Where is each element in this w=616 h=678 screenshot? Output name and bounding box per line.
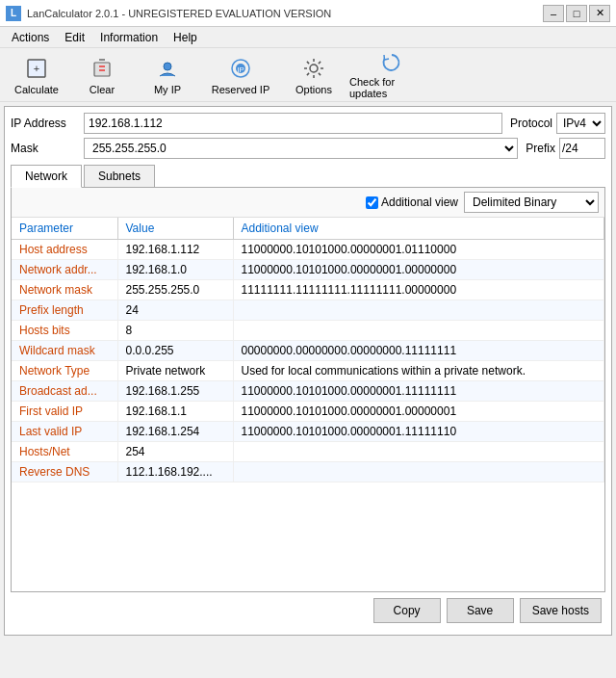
title-bar-controls: – □ ✕ [543, 5, 610, 22]
prefix-input[interactable] [559, 138, 605, 159]
table-row: Host address192.168.1.11211000000.101010… [12, 240, 604, 260]
main-panel: IP Address Protocol IPv4 IPv6 Mask 255.2… [4, 106, 612, 636]
menu-edit[interactable]: Edit [57, 29, 92, 46]
table-area: Additional view Delimited Binary Binary … [11, 188, 605, 592]
close-button[interactable]: ✕ [589, 5, 610, 22]
tab-subnets[interactable]: Subnets [84, 165, 155, 187]
menu-bar: Actions Edit Information Help [0, 27, 616, 48]
cell-param: Reverse DNS [12, 462, 117, 482]
col-header-additional: Additional view [233, 218, 604, 240]
svg-text:+: + [34, 63, 39, 74]
table-row: Network addr...192.168.1.011000000.10101… [12, 260, 604, 280]
table-row: Network mask255.255.255.011111111.111111… [12, 280, 604, 300]
cell-additional: 11111111.11111111.11111111.00000000 [233, 280, 604, 300]
bottom-bar: Copy Save Save hosts [11, 592, 605, 629]
prefix-group: Prefix [526, 138, 605, 159]
checkupdates-icon [378, 51, 405, 74]
options-label: Options [295, 84, 332, 95]
prefix-label: Prefix [526, 142, 555, 155]
ip-address-input[interactable] [84, 113, 502, 134]
table-row: Prefix length24 [12, 300, 604, 321]
col-header-value: Value [117, 218, 233, 240]
save-button[interactable]: Save [447, 598, 514, 623]
view-type-select[interactable]: Delimited Binary Binary Hex Decimal [464, 192, 599, 213]
reservedip-label: Reserved IP [212, 84, 270, 95]
cell-additional: 11000000.10101000.00000001.11111110 [233, 422, 604, 442]
cell-value: 0.0.0.255 [117, 341, 233, 361]
table-row: Last valid IP192.168.1.25411000000.10101… [12, 422, 604, 442]
menu-information[interactable]: Information [92, 29, 166, 46]
app-icon: L [6, 6, 21, 21]
cell-param: Host address [12, 240, 117, 260]
cell-value: 8 [117, 321, 233, 341]
cell-value: 192.168.1.0 [117, 260, 233, 280]
protocol-group: Protocol IPv4 IPv6 [510, 113, 605, 134]
calculate-label: Calculate [14, 84, 59, 95]
calculate-icon: + [23, 55, 50, 82]
clear-label: Clear [90, 84, 115, 95]
save-hosts-button[interactable]: Save hosts [520, 598, 602, 623]
restore-button[interactable]: □ [566, 5, 587, 22]
ip-address-label: IP Address [11, 117, 76, 130]
table-row: Wildcard mask0.0.0.25500000000.00000000.… [12, 341, 604, 361]
svg-point-10 [310, 65, 318, 72]
cell-additional: Used for local communications within a p… [233, 361, 604, 381]
clear-button[interactable]: Clear [71, 53, 133, 97]
cell-value: 192.168.1.254 [117, 422, 233, 442]
cell-additional [233, 442, 604, 462]
table-row: Reverse DNS112.1.168.192.... [12, 462, 604, 482]
myip-button[interactable]: My IP [137, 53, 198, 97]
mask-label: Mask [11, 142, 76, 155]
svg-text:IP: IP [237, 65, 244, 74]
table-row: Network TypePrivate networkUsed for loca… [12, 361, 604, 381]
additional-view-checkbox[interactable] [366, 196, 378, 209]
cell-param: Network addr... [12, 260, 117, 280]
myip-icon [154, 55, 181, 82]
cell-additional: 11000000.10101000.00000001.01110000 [233, 240, 604, 260]
cell-value: 112.1.168.192.... [117, 462, 233, 482]
options-button[interactable]: Options [283, 53, 345, 97]
clear-icon [89, 55, 116, 82]
checkupdates-button[interactable]: Check for updates [348, 53, 435, 97]
title-bar-left: L LanCalculator 2.0.1 - UNREGISTERED EVA… [6, 6, 331, 21]
tab-network[interactable]: Network [11, 165, 82, 188]
additional-view-checkbox-label[interactable]: Additional view [366, 196, 458, 209]
cell-value: 192.168.1.112 [117, 240, 233, 260]
reservedip-button[interactable]: IP Reserved IP [202, 53, 279, 97]
cell-additional [233, 321, 604, 341]
cell-param: Network Type [12, 361, 117, 381]
menu-actions[interactable]: Actions [4, 29, 57, 46]
mask-row: Mask 255.255.255.0 255.255.0.0 255.0.0.0… [11, 138, 605, 159]
cell-param: Last valid IP [12, 422, 117, 442]
cell-additional: 11000000.10101000.00000001.11111111 [233, 381, 604, 402]
cell-additional [233, 300, 604, 321]
cell-value: 254 [117, 442, 233, 462]
svg-point-6 [164, 63, 171, 70]
myip-label: My IP [154, 84, 181, 95]
protocol-select[interactable]: IPv4 IPv6 [556, 113, 605, 134]
menu-help[interactable]: Help [166, 29, 205, 46]
reservedip-icon: IP [227, 55, 254, 82]
table-row: Hosts bits8 [12, 321, 604, 341]
cell-param: Network mask [12, 280, 117, 300]
tabs: Network Subnets [11, 165, 605, 188]
cell-additional: 11000000.10101000.00000001.00000001 [233, 402, 604, 422]
data-table: Parameter Value Additional view Host add… [12, 218, 604, 482]
minimize-button[interactable]: – [543, 5, 564, 22]
cell-value: 255.255.255.0 [117, 280, 233, 300]
calculate-button[interactable]: + Calculate [6, 53, 67, 97]
cell-param: Wildcard mask [12, 341, 117, 361]
mask-select[interactable]: 255.255.255.0 255.255.0.0 255.0.0.0 [84, 138, 518, 159]
table-row: First valid IP192.168.1.111000000.101010… [12, 402, 604, 422]
table-row: Hosts/Net254 [12, 442, 604, 462]
ip-address-row: IP Address Protocol IPv4 IPv6 [11, 113, 605, 134]
cell-param: Hosts bits [12, 321, 117, 341]
cell-value: 24 [117, 300, 233, 321]
copy-button[interactable]: Copy [373, 598, 441, 623]
cell-param: Broadcast ad... [12, 381, 117, 402]
cell-param: First valid IP [12, 402, 117, 422]
toolbar: + Calculate Clear My IP [0, 48, 616, 102]
title-bar: L LanCalculator 2.0.1 - UNREGISTERED EVA… [0, 0, 616, 27]
checkupdates-label: Check for updates [349, 76, 434, 99]
table-row: Broadcast ad...192.168.1.25511000000.101… [12, 381, 604, 402]
